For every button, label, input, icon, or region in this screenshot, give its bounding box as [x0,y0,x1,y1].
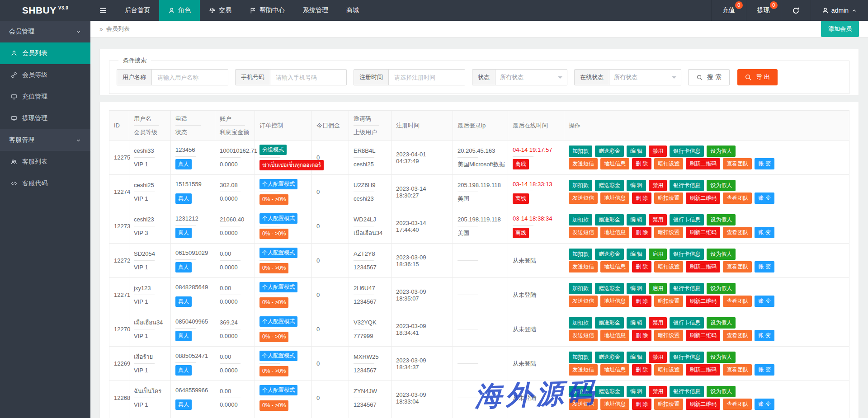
sidebar-item-会员列表[interactable]: 会员列表 [0,42,90,64]
nav-item-后台首页[interactable]: 后台首页 [116,0,159,21]
filter-input-手机号码[interactable] [270,70,346,85]
action-button-启用[interactable]: 启用 [649,249,667,260]
action-button-账变[interactable]: 账 变 [755,364,774,376]
action-button-加扣款[interactable]: 加扣款 [569,214,592,225]
action-button-设为假人[interactable]: 设为假人 [707,283,736,294]
action-button-发送短信[interactable]: 发送短信 [569,227,598,238]
action-button-禁用[interactable]: 禁用 [649,386,667,397]
action-button-发送短信[interactable]: 发送短信 [569,296,598,307]
action-button-账变[interactable]: 账 变 [755,261,774,272]
action-button-查看团队[interactable]: 查看团队 [723,193,752,204]
withdraw-nav-item[interactable]: 提现 0 [746,0,781,21]
action-button-银行卡信息[interactable]: 银行卡信息 [670,352,704,363]
action-button-银行卡信息[interactable]: 银行卡信息 [670,214,704,225]
action-button-银行卡信息[interactable]: 银行卡信息 [670,146,704,157]
filter-input-用户名称[interactable] [152,70,228,85]
action-button-刷新二维码[interactable]: 刷新二维码 [686,399,720,410]
action-button-地址信息[interactable]: 地址信息 [600,296,629,307]
action-button-编辑[interactable]: 编 辑 [627,146,646,157]
refresh-icon[interactable] [781,0,811,21]
action-button-暗扣设置[interactable]: 暗扣设置 [654,330,683,341]
sidebar-group-会员管理[interactable]: 会员管理 [0,21,90,42]
action-button-查看团队[interactable]: 查看团队 [723,296,752,307]
action-button-赠送彩金[interactable]: 赠送彩金 [595,386,624,397]
action-button-编辑[interactable]: 编 辑 [627,180,646,191]
action-button-赠送彩金[interactable]: 赠送彩金 [595,317,624,329]
nav-item-角色[interactable]: 角色 [159,0,200,21]
action-button-银行卡信息[interactable]: 银行卡信息 [670,386,704,397]
action-button-发送短信[interactable]: 发送短信 [569,399,598,410]
action-button-加扣款[interactable]: 加扣款 [569,352,592,363]
action-button-赠送彩金[interactable]: 赠送彩金 [595,180,624,191]
action-button-账变[interactable]: 账 变 [755,399,774,410]
action-button-刷新二维码[interactable]: 刷新二维码 [686,193,720,204]
action-button-设为假人[interactable]: 设为假人 [707,180,736,191]
action-button-删除[interactable]: 删 除 [632,261,651,272]
action-button-暗扣设置[interactable]: 暗扣设置 [654,364,683,376]
nav-item-交易[interactable]: 交易 [200,0,241,21]
action-button-查看团队[interactable]: 查看团队 [723,158,752,169]
sidebar-group-客服管理[interactable]: 客服管理 [0,129,90,151]
sidebar-item-会员等级[interactable]: 会员等级 [0,64,90,86]
action-button-地址信息[interactable]: 地址信息 [600,227,629,238]
action-button-刷新二维码[interactable]: 刷新二维码 [686,330,720,341]
action-button-加扣款[interactable]: 加扣款 [569,146,592,157]
action-button-编辑[interactable]: 编 辑 [627,317,646,329]
action-button-银行卡信息[interactable]: 银行卡信息 [670,317,704,329]
action-button-银行卡信息[interactable]: 银行卡信息 [670,180,704,191]
action-button-发送短信[interactable]: 发送短信 [569,261,598,272]
action-button-查看团队[interactable]: 查看团队 [723,330,752,341]
filter-select-状态[interactable]: 所有状态 [495,70,567,85]
action-button-删除[interactable]: 删 除 [632,399,651,410]
action-button-删除[interactable]: 删 除 [632,330,651,341]
action-button-地址信息[interactable]: 地址信息 [600,158,629,169]
action-button-查看团队[interactable]: 查看团队 [723,399,752,410]
action-button-账变[interactable]: 账 变 [755,296,774,307]
action-button-编辑[interactable]: 编 辑 [627,249,646,260]
action-button-设为假人[interactable]: 设为假人 [707,146,736,157]
action-button-删除[interactable]: 删 除 [632,193,651,204]
action-button-账变[interactable]: 账 变 [755,193,774,204]
action-button-查看团队[interactable]: 查看团队 [723,227,752,238]
sidebar-item-客服列表[interactable]: 客服列表 [0,151,90,173]
action-button-禁用[interactable]: 禁用 [649,352,667,363]
action-button-查看团队[interactable]: 查看团队 [723,261,752,272]
action-button-加扣款[interactable]: 加扣款 [569,386,592,397]
action-button-删除[interactable]: 删 除 [632,227,651,238]
add-member-button[interactable]: 添加会员 [821,21,859,37]
export-button[interactable]: 导 出 [737,69,778,85]
action-button-账变[interactable]: 账 变 [755,330,774,341]
recharge-nav-item[interactable]: 充值 0 [711,0,746,21]
nav-item-帮助中心[interactable]: 帮助中心 [241,0,294,21]
action-button-暗扣设置[interactable]: 暗扣设置 [654,399,683,410]
action-button-禁用[interactable]: 禁用 [649,317,667,329]
action-button-地址信息[interactable]: 地址信息 [600,261,629,272]
action-button-设为假人[interactable]: 设为假人 [707,352,736,363]
action-button-暗扣设置[interactable]: 暗扣设置 [654,158,683,169]
action-button-发送短信[interactable]: 发送短信 [569,158,598,169]
action-button-暗扣设置[interactable]: 暗扣设置 [654,227,683,238]
sidebar-item-客服代码[interactable]: 客服代码 [0,173,90,194]
action-button-编辑[interactable]: 编 辑 [627,386,646,397]
nav-item-商城[interactable]: 商城 [337,0,368,21]
action-button-加扣款[interactable]: 加扣款 [569,283,592,294]
action-button-地址信息[interactable]: 地址信息 [600,193,629,204]
action-button-设为假人[interactable]: 设为假人 [707,214,736,225]
action-button-刷新二维码[interactable]: 刷新二维码 [686,296,720,307]
action-button-禁用[interactable]: 禁用 [649,214,667,225]
action-button-加扣款[interactable]: 加扣款 [569,317,592,329]
action-button-地址信息[interactable]: 地址信息 [600,399,629,410]
filter-select-在线状态[interactable]: 所有状态 [609,70,681,85]
action-button-编辑[interactable]: 编 辑 [627,214,646,225]
action-button-银行卡信息[interactable]: 银行卡信息 [670,283,704,294]
nav-item-系统管理[interactable]: 系统管理 [294,0,337,21]
action-button-地址信息[interactable]: 地址信息 [600,364,629,376]
action-button-赠送彩金[interactable]: 赠送彩金 [595,283,624,294]
action-button-删除[interactable]: 删 除 [632,158,651,169]
action-button-发送短信[interactable]: 发送短信 [569,364,598,376]
action-button-设为假人[interactable]: 设为假人 [707,249,736,260]
action-button-启用[interactable]: 启用 [649,283,667,294]
action-button-发送短信[interactable]: 发送短信 [569,330,598,341]
action-button-删除[interactable]: 删 除 [632,364,651,376]
sidebar-item-充值管理[interactable]: 充值管理 [0,86,90,108]
